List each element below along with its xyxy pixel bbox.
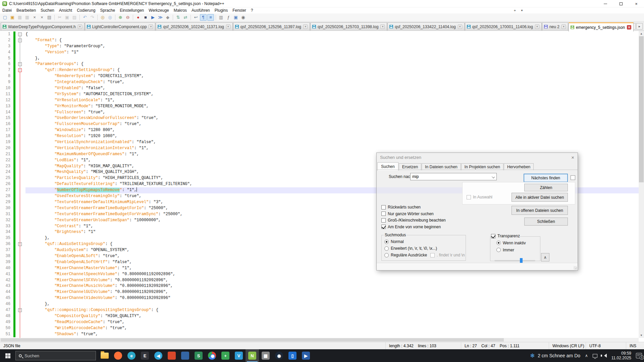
save-icon[interactable]: ▦	[16, 14, 23, 21]
save-all-icon[interactable]: ▦	[24, 14, 31, 21]
menu-item-bearbeiten[interactable]: Bearbeiten	[14, 8, 38, 13]
run-macro-multiple-icon[interactable]: ≫	[157, 14, 164, 21]
taskbar-app-file-explorer[interactable]	[98, 349, 111, 362]
dialog-tab-in-dateien-suchen[interactable]: In Dateien suchen	[422, 163, 461, 170]
menu-item-ansicht[interactable]: Ansicht	[57, 8, 74, 13]
radio-search-mode-2[interactable]: Reguläre Ausdrücke	[384, 253, 427, 257]
replace-icon[interactable]: ◎	[107, 14, 113, 21]
close-all-icon[interactable]: ×	[39, 14, 45, 21]
code-line-18[interactable]: 18 "Resolution": "1920 1080",	[0, 133, 639, 139]
menu-item-codierung[interactable]: Codierung	[74, 8, 98, 13]
tab-close-icon[interactable]: ×	[78, 24, 82, 29]
vertical-scrollbar-thumb[interactable]	[639, 36, 644, 182]
taskbar-app-chrome[interactable]	[205, 349, 219, 362]
tab-close-icon[interactable]: ×	[226, 24, 230, 29]
code-line-15[interactable]: 15 "UseBorderlessWindowForFullscreen": "…	[0, 115, 639, 121]
status-insert-mode[interactable]: INS	[626, 342, 644, 349]
find-all-open-button[interactable]: In offenen Dateien suchen	[512, 206, 568, 215]
dialog-tab-ersetzen[interactable]: Ersetzen	[399, 163, 421, 170]
tab-neu 2[interactable]: neu 2×	[542, 22, 568, 31]
count-button[interactable]: Zählen	[524, 184, 568, 191]
code-line-12[interactable]: 12 "VrResolutionScale": "1",	[0, 98, 639, 104]
in-selection-checkbox[interactable]: In Auswahl	[467, 195, 492, 199]
tab-close-icon[interactable]: ×	[561, 24, 566, 29]
code-line-43[interactable]: 43 "MixerChannelMusicVolume": "0.8000000…	[0, 283, 639, 289]
code-line-19[interactable]: 19 "VerticalSynchronizationEnabled": "fa…	[0, 139, 639, 145]
zoom-in-icon[interactable]: ⊕	[117, 14, 124, 21]
folder-workspace-icon[interactable]: ▣	[232, 14, 239, 21]
code-line-41[interactable]: 41 "MixerChannelSpeechVolume": "0.800000…	[0, 272, 639, 278]
show-all-chars-icon[interactable]: ¶	[200, 14, 207, 21]
tab-close-icon[interactable]: ×	[627, 25, 631, 29]
code-line-10[interactable]: 10 "VrEnabled": "false",	[0, 85, 639, 92]
code-line-16[interactable]: 16 "FullscreenMouseCursorTrap": "true",	[0, 121, 639, 127]
dialog-tab-hervorheben[interactable]: Hervorheben	[504, 163, 534, 170]
word-wrap-icon[interactable]: ↩	[193, 14, 199, 21]
tab-close-icon[interactable]: ×	[458, 24, 462, 29]
taskbar-app-steam[interactable]: ◉	[272, 349, 286, 362]
tab-close-icon[interactable]: ×	[303, 24, 308, 29]
taskbar-app-vscode[interactable]: V	[232, 349, 246, 362]
print-icon[interactable]: ▤	[46, 14, 53, 21]
tab-qsf_20250206_125256_11397.log[interactable]: qsf_20250206_125256_11397.log×	[233, 22, 310, 31]
code-line-13[interactable]: 13 "VrMonitorMode": "STEREO_MONITOR_MODE…	[0, 104, 639, 110]
code-line-46[interactable]: 46 },	[0, 301, 639, 307]
code-line-11[interactable]: 11 "VrSystem": "AUTOMATIC_DETECTION_SYST…	[0, 92, 639, 98]
code-line-2[interactable]: 2− "Format": {	[0, 38, 639, 44]
code-line-3[interactable]: 3 "Type": "ParameterGroup",	[0, 44, 639, 50]
horizontal-scrollbar-thumb[interactable]	[1, 338, 504, 342]
radio-transparency-0[interactable]: Wenn inaktiv	[496, 241, 540, 245]
code-line-8[interactable]: 8 "RendererSystem": "DIRECTX11_SYSTEM",	[0, 73, 639, 79]
sync-vertical-icon[interactable]: ⇅	[175, 14, 181, 21]
resize-grip[interactable]	[574, 266, 577, 269]
tab-close-icon[interactable]: ×	[149, 24, 153, 29]
code-line-5[interactable]: 5 },	[0, 56, 639, 62]
code-line-47[interactable]: 47− "qsf::compositing::CompositingSettin…	[0, 307, 639, 313]
transparency-slider[interactable]	[494, 260, 535, 261]
notification-center-icon[interactable]: 1	[636, 353, 642, 358]
vertical-scrollbar[interactable]: ▲ ▼	[639, 31, 644, 338]
menu-item-werkzeuge[interactable]: Werkzeuge	[146, 8, 171, 13]
code-line-9[interactable]: 9 "IntegratedGpuCheck": "true",	[0, 79, 639, 85]
code-line-50[interactable]: 50 "WriteMicrocodeCache": "true",	[0, 325, 639, 331]
taskbar-app-app-green-plus[interactable]: +	[219, 349, 232, 362]
dialog-close-icon[interactable]: ×	[571, 155, 574, 160]
taskbar-app-epic-games[interactable]: E	[138, 349, 152, 362]
doc-map-icon[interactable]: ▥	[218, 14, 224, 21]
radio-search-mode-1[interactable]: Erweitert (\n, \r, \t, \0, \x...)	[384, 246, 466, 251]
tab-LightControllerComponent.cpp[interactable]: LightControllerComponent.cpp×	[85, 22, 156, 31]
menu-dropdown-button[interactable]: ▼	[521, 9, 523, 12]
open-folder-icon[interactable]: ▣	[9, 14, 16, 21]
copy-icon[interactable]: ▣	[64, 14, 70, 21]
indent-guide-icon[interactable]: ≡	[207, 14, 214, 21]
close-icon[interactable]: ×	[31, 14, 38, 21]
menu-item-sprache[interactable]: Sprache	[98, 8, 118, 13]
tab-WaterDeepTypePolygonComponent.h[interactable]: WaterDeepTypePolygonComponent.h×	[1, 22, 85, 31]
collapse-dialog-button[interactable]: ∧	[541, 253, 549, 261]
tab-emergency_5_settings.json[interactable]: emergency_5_settings.json×	[569, 22, 634, 32]
menu-item-plugins[interactable]: Plugins	[212, 8, 230, 13]
taskbar-clock[interactable]: 09:59 11.02.2025	[611, 351, 631, 360]
new-file-icon[interactable]: ▢	[2, 14, 8, 21]
checkbox-nur-ganze-wörter-suchen[interactable]: Nur ganze Wörter suchen	[381, 212, 446, 216]
taskbar-app-photos[interactable]: ▦	[259, 349, 272, 362]
weather-widget[interactable]: ❄ 2 cm Schnee am Do	[530, 352, 580, 359]
tray-chevron-icon[interactable]: ∧	[585, 353, 588, 358]
menu-item-[interactable]: ?	[249, 8, 256, 13]
status-encoding[interactable]: UTF-8	[586, 342, 626, 349]
horizontal-scrollbar[interactable]	[0, 338, 639, 342]
code-line-4[interactable]: 4 "Version": "1"	[0, 50, 639, 56]
radio-transparency-1[interactable]: Immer	[496, 248, 540, 252]
taskbar-search-input[interactable]: Suchen	[15, 351, 96, 360]
play-macro-icon[interactable]: ▶	[150, 14, 156, 21]
code-line-14[interactable]: 14 "Fullscreen": "true",	[0, 110, 639, 116]
code-line-49[interactable]: 49 "ReadMicrocodeCache": "true",	[0, 319, 639, 325]
menu-item-ausfhren[interactable]: Ausführen	[189, 8, 212, 13]
code-line-45[interactable]: 45 "MixerChannelVideoVolume": "0.8000000…	[0, 295, 639, 301]
code-line-48[interactable]: 48 "CompositorQuality": "HIGH_QUALITY",	[0, 313, 639, 319]
code-line-17[interactable]: 17 "WindowSize": "1280 800",	[0, 127, 639, 133]
radio-search-mode-0[interactable]: Normal	[384, 239, 466, 244]
code-line-7[interactable]: 7− "qsf::RendererSettingsGroup": {	[0, 67, 639, 73]
tab-scroll-right-icon[interactable]: ▸	[636, 23, 643, 29]
stop-macro-icon[interactable]: ■	[142, 14, 149, 21]
